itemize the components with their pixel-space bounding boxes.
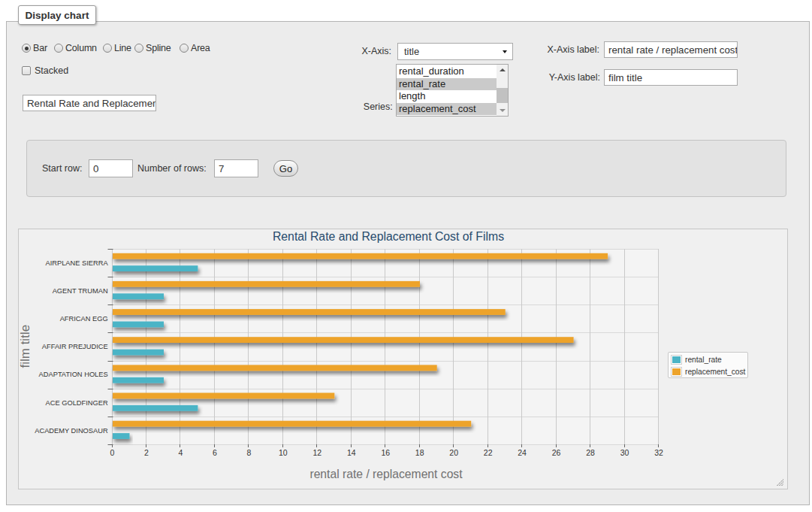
bar-rental_rate-1[interactable] bbox=[113, 293, 164, 299]
x-tick-label-2: 2 bbox=[144, 448, 149, 457]
scrollbar-up-button[interactable] bbox=[497, 65, 508, 76]
go-button-label: Go bbox=[279, 163, 292, 174]
legend-item-replacement-cost[interactable]: replacement_cost bbox=[671, 366, 747, 377]
x-tick-label-24: 24 bbox=[518, 448, 527, 457]
x-tick-label-16: 16 bbox=[381, 448, 390, 457]
chart-container: AIRPLANE SIERRAAGENT TRUMANAFRICAN EGGAF… bbox=[18, 229, 788, 489]
x-tick-label-22: 22 bbox=[484, 448, 493, 457]
bar-replacement_cost-0[interactable] bbox=[113, 253, 608, 259]
radio-label: Area bbox=[191, 43, 210, 53]
chart-type-radio-line[interactable]: Line bbox=[103, 43, 131, 53]
series-option-replacement_cost[interactable]: replacement_cost bbox=[397, 103, 497, 116]
x-tick-label-30: 30 bbox=[620, 448, 629, 457]
chart-type-radio-column[interactable]: Column bbox=[54, 43, 97, 53]
bar-rental_rate-2[interactable] bbox=[113, 322, 164, 328]
chart-type-radio-spline[interactable]: Spline bbox=[134, 43, 171, 53]
category-label-6: ACADEMY DINOSAUR bbox=[35, 427, 108, 435]
xaxis-label-input[interactable] bbox=[604, 41, 738, 58]
x-tick-label-26: 26 bbox=[552, 448, 561, 457]
x-tick-label-12: 12 bbox=[312, 448, 321, 457]
series-listbox[interactable]: rental_durationrental_ratelengthreplacem… bbox=[396, 64, 509, 117]
bar-replacement_cost-2[interactable] bbox=[113, 309, 506, 315]
go-button[interactable]: Go bbox=[273, 160, 298, 177]
bar-rental_rate-3[interactable] bbox=[113, 350, 164, 356]
stacked-checkbox[interactable] bbox=[22, 66, 31, 75]
x-tick-label-18: 18 bbox=[415, 448, 424, 457]
x-tick-label-20: 20 bbox=[449, 448, 458, 457]
x-tick-label-6: 6 bbox=[213, 448, 217, 457]
number-of-rows-label: Number of rows: bbox=[137, 163, 207, 174]
bar-rental_rate-0[interactable] bbox=[113, 265, 198, 271]
radio-icon[interactable] bbox=[180, 44, 189, 53]
legend-label-replacement-cost: replacement_cost bbox=[685, 368, 745, 376]
bar-rental_rate-5[interactable] bbox=[113, 405, 198, 411]
scrollbar-thumb[interactable] bbox=[497, 88, 508, 103]
bar-rental_rate-4[interactable] bbox=[113, 377, 164, 383]
x-tick-label-32: 32 bbox=[654, 448, 663, 457]
number-of-rows-input[interactable] bbox=[214, 159, 258, 177]
scrollbar-down-button[interactable] bbox=[497, 105, 508, 116]
series-option-length[interactable]: length bbox=[397, 90, 497, 103]
xaxis-select-value: title bbox=[404, 46, 419, 57]
stacked-checkbox-group[interactable]: Stacked bbox=[22, 65, 68, 76]
radio-label: Line bbox=[114, 43, 131, 53]
xaxis-select[interactable]: title bbox=[397, 43, 513, 60]
select-dropdown-arrow-icon bbox=[503, 50, 507, 53]
bar-replacement_cost-1[interactable] bbox=[113, 281, 420, 287]
chart-legend[interactable]: rental_rate replacement_cost bbox=[668, 352, 748, 378]
bar-replacement_cost-6[interactable] bbox=[113, 421, 471, 427]
x-axis-title: rental rate / replacement cost bbox=[309, 468, 463, 480]
radio-label: Bar bbox=[33, 43, 47, 53]
series-option-rental_rate[interactable]: rental_rate bbox=[397, 78, 497, 91]
legend-item-rental-rate[interactable]: rental_rate bbox=[671, 354, 747, 365]
chart-title: Rental Rate and Replacement Cost of Film… bbox=[273, 230, 504, 243]
start-row-label: Start row: bbox=[42, 163, 83, 174]
category-label-4: ADAPTATION HOLES bbox=[39, 371, 108, 378]
resize-grip-icon[interactable] bbox=[777, 479, 783, 486]
yaxis-label-input[interactable] bbox=[604, 69, 738, 86]
radio-icon[interactable] bbox=[103, 44, 112, 53]
radio-icon[interactable] bbox=[22, 44, 31, 53]
bar-rental_rate-6[interactable] bbox=[113, 433, 130, 439]
legend-symbol-rental-rate bbox=[671, 355, 682, 365]
x-tick-label-4: 4 bbox=[178, 448, 183, 457]
radio-label: Spline bbox=[146, 43, 171, 53]
category-label-3: AFFAIR PREJUDICE bbox=[42, 343, 108, 350]
xaxis-label-caption: X-Axis label: bbox=[548, 44, 599, 55]
stacked-label: Stacked bbox=[35, 65, 68, 76]
chart-type-radio-bar[interactable]: Bar bbox=[22, 43, 47, 53]
series-option-rental_duration[interactable]: rental_duration bbox=[397, 65, 497, 78]
yaxis-label-caption: Y-Axis label: bbox=[549, 72, 600, 83]
x-tick-label-0: 0 bbox=[110, 448, 115, 457]
legend-symbol-replacement-cost bbox=[671, 367, 682, 377]
y-axis-title: film title bbox=[19, 325, 32, 368]
x-tick-label-28: 28 bbox=[586, 448, 595, 457]
chart-type-radio-area[interactable]: Area bbox=[180, 43, 210, 53]
x-tick-label-10: 10 bbox=[279, 448, 288, 457]
fieldset-legend-text: Display chart bbox=[26, 10, 89, 21]
start-row-input[interactable] bbox=[89, 159, 133, 177]
category-label-0: AIRPLANE SIERRA bbox=[46, 259, 109, 267]
bar-replacement_cost-5[interactable] bbox=[113, 393, 334, 399]
series-list-label: Series: bbox=[364, 101, 393, 112]
listbox-scrollbar[interactable] bbox=[497, 65, 508, 116]
category-label-5: ACE GOLDFINGER bbox=[46, 399, 108, 407]
x-tick-label-8: 8 bbox=[246, 448, 251, 457]
radio-icon[interactable] bbox=[54, 44, 63, 53]
xaxis-select-label: X-Axis: bbox=[361, 46, 391, 56]
bar-replacement_cost-3[interactable] bbox=[113, 337, 574, 343]
bar-replacement_cost-4[interactable] bbox=[113, 365, 437, 371]
x-tick-label-14: 14 bbox=[347, 448, 356, 457]
radio-label: Column bbox=[65, 43, 97, 53]
fieldset-legend: Display chart bbox=[18, 5, 96, 25]
category-label-1: AGENT TRUMAN bbox=[53, 287, 108, 295]
legend-label-rental-rate: rental_rate bbox=[685, 356, 722, 364]
category-label-2: AFRICAN EGG bbox=[60, 315, 108, 323]
radio-icon[interactable] bbox=[134, 44, 143, 53]
chart-title-input[interactable] bbox=[23, 95, 156, 111]
